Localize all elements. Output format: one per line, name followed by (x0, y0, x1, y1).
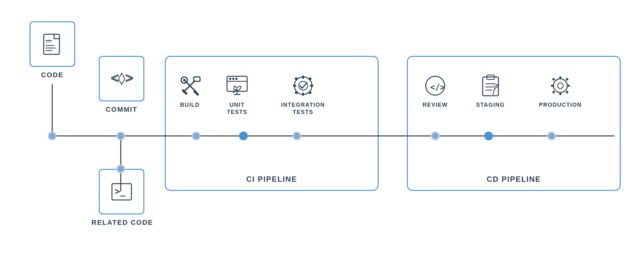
svg-line-48 (493, 89, 494, 94)
svg-rect-31 (302, 76, 304, 79)
production-dot (547, 132, 556, 140)
integration-tests-dot (292, 132, 301, 140)
commit-label: COMMIT (99, 105, 144, 114)
svg-rect-32 (302, 93, 304, 96)
staging-dot (484, 132, 493, 140)
diagram-container: </> CODE < > COMMIT (0, 0, 644, 275)
review-label: REVIEW (423, 101, 448, 109)
svg-rect-37 (294, 91, 298, 94)
svg-line-50 (496, 84, 497, 86)
branch-dot (116, 164, 125, 173)
svg-rect-34 (310, 85, 313, 87)
svg-rect-53 (559, 76, 561, 79)
build-stage: BUILD (177, 73, 203, 109)
svg-point-20 (183, 79, 186, 81)
svg-marker-12 (119, 73, 125, 84)
cd-pipeline-title: CD PIPELINE (408, 175, 620, 184)
svg-point-25 (232, 78, 235, 80)
svg-text:>: > (125, 71, 133, 85)
svg-text:</>: </> (430, 83, 445, 92)
terminal-icon: >_ (110, 181, 133, 203)
production-stage: PRODUCTION (539, 73, 582, 109)
production-icon (548, 73, 573, 98)
svg-line-47 (494, 86, 498, 89)
code-label: CODE (30, 71, 75, 79)
related-code-label: RELATED CODE (89, 218, 155, 227)
integration-tests-icon (291, 73, 316, 98)
commit-icon: < > (109, 66, 134, 91)
svg-rect-33 (293, 85, 296, 87)
diagram-inner: </> CODE < > COMMIT (23, 15, 621, 260)
review-icon: </> (423, 73, 448, 98)
svg-text:>_: >_ (115, 186, 125, 197)
svg-rect-57 (552, 78, 555, 81)
svg-point-52 (558, 83, 563, 89)
commit-box: < > (99, 56, 144, 101)
svg-rect-36 (308, 77, 312, 80)
staging-icon (478, 73, 503, 98)
svg-rect-38 (308, 91, 312, 94)
unit-tests-label: UNIT TESTS (227, 101, 247, 116)
svg-rect-58 (566, 78, 569, 81)
svg-rect-55 (551, 85, 554, 87)
svg-line-18 (195, 91, 198, 94)
commit-timeline-dot (116, 132, 125, 140)
unit-tests-icon (225, 73, 250, 98)
svg-text:<: < (111, 71, 119, 85)
unit-tests-stage: UNIT TESTS (225, 73, 250, 116)
svg-rect-56 (567, 85, 570, 87)
svg-point-26 (236, 78, 238, 80)
build-icon (177, 73, 203, 98)
svg-point-24 (229, 78, 231, 80)
svg-rect-4 (44, 34, 59, 54)
svg-rect-54 (559, 92, 561, 95)
staging-stage: STAGING (476, 73, 505, 109)
svg-rect-60 (566, 91, 569, 94)
unit-tests-dot (239, 132, 248, 140)
review-dot (431, 132, 440, 140)
production-label: PRODUCTION (539, 101, 582, 109)
code-timeline-dot (48, 132, 57, 140)
related-code-box: >_ (99, 169, 144, 214)
svg-line-16 (183, 90, 186, 94)
build-dot (192, 132, 201, 140)
svg-rect-35 (294, 77, 298, 80)
integration-tests-label: INTEGRATION TESTS (281, 101, 325, 116)
svg-rect-59 (552, 91, 555, 94)
ci-pipeline-title: CI PIPELINE (166, 175, 378, 184)
code-box: </> (30, 21, 75, 67)
staging-label: STAGING (476, 101, 505, 109)
svg-point-51 (553, 79, 567, 93)
integration-tests-stage: INTEGRATION TESTS (281, 73, 325, 116)
code-file-icon: </> (40, 32, 65, 57)
review-stage: </> REVIEW (423, 73, 448, 109)
build-label: BUILD (180, 101, 200, 109)
